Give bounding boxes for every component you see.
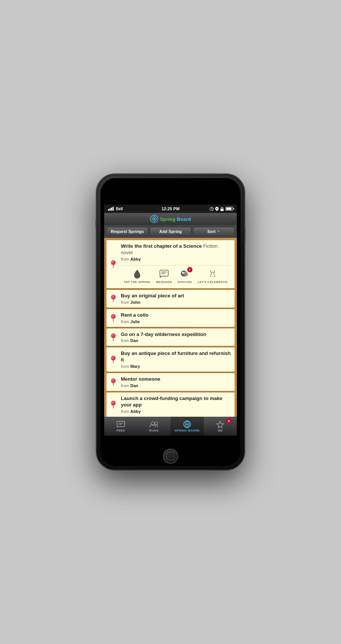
pin-3 (111, 314, 116, 322)
item-title-4: Go on a 7-day wilderness expedition (121, 331, 231, 338)
pin-needle (113, 265, 114, 268)
sort-label: Sort (207, 229, 216, 234)
app-logo: Spring Board (150, 215, 191, 223)
sort-button[interactable]: Sort ▼ (193, 227, 235, 236)
power-button[interactable] (244, 227, 246, 242)
app-title-spring: Spring (160, 216, 175, 222)
message-label: MESSAGE (156, 280, 172, 284)
cork-board[interactable]: Write the first chapter of a Science Fic… (104, 238, 237, 417)
item-from-6: from Dan (121, 383, 231, 388)
pin-head (111, 378, 116, 383)
status-right (210, 207, 233, 211)
pin-needle (113, 319, 114, 322)
signal-icon (108, 207, 114, 211)
action-bar-1: TAP THE SPRING MESSAGE 2 (121, 265, 231, 284)
phone-screen-area: Bell 12:25 PM (100, 178, 241, 466)
discuss-label: DISCUSS (178, 280, 192, 284)
pin-needle (113, 338, 114, 341)
nav-feed[interactable]: FEED (104, 417, 138, 436)
pin-needle (113, 360, 114, 363)
pin-needle (113, 405, 114, 408)
discuss-icon: 2 (179, 269, 191, 279)
home-button-inner (166, 452, 175, 460)
volume-button[interactable] (95, 220, 97, 227)
pin-needle (113, 383, 114, 386)
item-title-5: Buy an antique piece of furniture and re… (121, 350, 231, 363)
svg-point-5 (153, 218, 155, 220)
discuss-button[interactable]: 2 DISCUSS (178, 269, 192, 284)
pin-head (111, 314, 116, 319)
status-bar: Bell 12:25 PM (104, 205, 237, 213)
spring-item-5[interactable]: Buy an antique piece of furniture and re… (106, 347, 235, 372)
discuss-badge: 2 (187, 267, 192, 272)
svg-rect-14 (117, 421, 125, 427)
item-title-1: Write the first chapter of a Science Fic… (121, 243, 231, 256)
lock-icon (220, 207, 224, 211)
item-from-2: from John (121, 300, 231, 305)
pin-head (111, 333, 116, 338)
app-header: Spring Board (104, 213, 237, 225)
svg-point-12 (184, 272, 188, 277)
pin-7 (111, 401, 116, 408)
status-time: 12:25 PM (161, 206, 180, 211)
me-icon (216, 420, 225, 428)
message-icon (158, 269, 170, 279)
buds-icon (149, 420, 158, 428)
buds-label: BUDS (149, 429, 158, 432)
nav-me[interactable]: 2 ME (204, 417, 237, 436)
svg-point-20 (186, 423, 188, 425)
request-springs-button[interactable]: Request Springs (106, 227, 148, 236)
pin-head (111, 295, 116, 299)
add-spring-button[interactable]: Add Spring (150, 227, 191, 236)
pin-1 (111, 260, 116, 268)
pin-head (111, 401, 116, 405)
spring-item-4[interactable]: Go on a 7-day wilderness expedition from… (106, 328, 235, 346)
app-title-board: Board (177, 216, 191, 222)
item-from-1: from Abby (121, 257, 231, 261)
pin-head (111, 356, 116, 360)
svg-point-10 (182, 272, 184, 274)
item-title-6: Mentor someone (121, 376, 231, 383)
item-title-2: Buy an original piece of art (121, 293, 231, 299)
celebrate-button[interactable]: LET'S CELEBRATE! (197, 269, 228, 284)
spring-item-2[interactable]: Buy an original piece of art from John (106, 290, 235, 308)
item-from-5: from Mary (121, 364, 231, 369)
phone-frame: Bell 12:25 PM (97, 174, 244, 470)
spring-item-1[interactable]: Write the first chapter of a Science Fic… (106, 240, 235, 288)
svg-rect-6 (160, 270, 168, 276)
spring-item-3[interactable]: Rent a cello from Julie (106, 309, 235, 327)
drop-icon (131, 269, 143, 279)
item-from-3: from Julie (121, 319, 231, 324)
pin-4 (111, 333, 116, 341)
spring-item-7[interactable]: Launch a crowd-funding campaign to make … (106, 392, 235, 417)
item-from-4: from Dan (121, 338, 231, 343)
pin-6 (111, 378, 116, 386)
pin-head (111, 260, 116, 265)
tap-spring-button[interactable]: TAP THE SPRING (124, 269, 150, 284)
nav-buds[interactable]: BUDS (138, 417, 171, 436)
bottom-nav: FEED BUDS SPRING BOARD (104, 417, 237, 436)
sort-arrow-icon: ▼ (217, 230, 220, 233)
clock-icon (210, 207, 214, 211)
pin-needle (113, 299, 114, 302)
pin-5 (111, 356, 116, 363)
item-from-7: from Abby (121, 409, 231, 414)
location-icon (215, 207, 219, 211)
spring-item-6[interactable]: Mentor someone from Dan (106, 373, 235, 391)
me-badge: 2 (226, 418, 232, 424)
home-button[interactable] (163, 449, 178, 464)
message-button[interactable]: MESSAGE (156, 269, 172, 284)
nav-springboard[interactable]: SPRING BOARD (170, 417, 204, 436)
springboard-logo-icon (150, 215, 158, 223)
battery-icon (225, 207, 233, 211)
feed-icon (116, 420, 125, 428)
celebrate-label: LET'S CELEBRATE! (197, 280, 228, 284)
springboard-label: SPRING BOARD (174, 429, 200, 432)
feed-label: FEED (116, 429, 125, 432)
app-title: Spring Board (160, 216, 191, 222)
celebrate-icon (206, 269, 219, 279)
svg-point-18 (155, 422, 158, 424)
toolbar: Request Springs Add Spring Sort ▼ (104, 225, 237, 238)
springboard-nav-icon (183, 420, 192, 428)
carrier-label: Bell (116, 207, 123, 211)
